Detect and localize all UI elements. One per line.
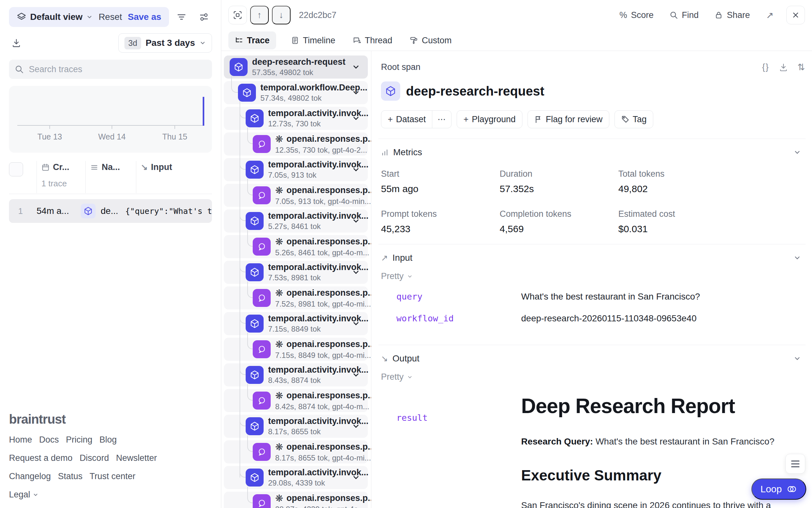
tab-timeline[interactable]: Timeline: [288, 32, 338, 49]
trace-span-row[interactable]: temporal.activity.invok... 5.27s, 8461 t…: [224, 209, 368, 232]
trace-span-row[interactable]: temporal.activity.invok... 7.05s, 913 to…: [224, 158, 368, 181]
json-view-icon[interactable]: {}: [762, 62, 769, 72]
share-button[interactable]: Share: [715, 10, 750, 20]
add-to-playground-button[interactable]: + Playground: [457, 110, 522, 128]
metrics-grid: Start 55m ago Duration 57.352s Total tok…: [381, 169, 802, 235]
open-in-new-icon[interactable]: ↗: [766, 10, 773, 20]
close-button[interactable]: [786, 6, 805, 25]
trace-span-row[interactable]: ❋openai.responses.p... 7.05s, 913 tok, g…: [224, 184, 368, 207]
field-key[interactable]: workflow_id: [396, 313, 521, 324]
tab-trace[interactable]: Trace: [228, 32, 276, 49]
openai-icon: ❋: [275, 133, 283, 144]
metric-label: Total tokens: [618, 169, 802, 179]
trace-span-row[interactable]: ❋openai.responses.p... 28.87s, 4339 tok,…: [224, 492, 368, 508]
flag-for-review-button[interactable]: Flag for review: [527, 110, 609, 128]
footer-link[interactable]: Newsletter: [116, 453, 157, 463]
outline-button[interactable]: [785, 454, 805, 474]
tab-custom[interactable]: Custom: [407, 32, 454, 49]
trace-span-row[interactable]: temporal.activity.invok... 8.17s, 8655 t…: [224, 415, 368, 438]
trace-span-row[interactable]: temporal.activity.invok... 7.53s, 8981 t…: [224, 261, 368, 284]
next-span-button[interactable]: ↓: [272, 6, 291, 25]
traces-histogram[interactable]: Tue 13 Wed 14 Thu 15: [9, 86, 212, 153]
sliders-icon[interactable]: [199, 12, 209, 22]
dataset-more-button[interactable]: ⋯: [432, 110, 452, 128]
trace-span-row[interactable]: temporal.activity.invok... 29.08s, 4339 …: [224, 466, 368, 489]
filter-icon[interactable]: [177, 12, 186, 22]
footer-link[interactable]: Trust center: [89, 471, 135, 481]
footer-link[interactable]: Blog: [99, 435, 117, 445]
loop-button[interactable]: Loop: [752, 478, 806, 500]
trace-span-row[interactable]: ❋openai.responses.p... 7.52s, 8981 tok, …: [224, 286, 368, 309]
focus-span-button[interactable]: [228, 6, 247, 25]
select-all-checkbox[interactable]: [9, 162, 23, 176]
tag-button[interactable]: Tag: [614, 110, 653, 128]
time-range-dropdown[interactable]: 3d Past 3 days: [118, 33, 212, 53]
chat-glyph: [257, 139, 266, 149]
footer-link[interactable]: Docs: [39, 435, 59, 445]
axis-label: Tue 13: [38, 132, 62, 141]
footer-link[interactable]: Changelog: [9, 471, 51, 481]
trace-span-row[interactable]: ❋openai.responses.p... 7.15s, 8849 tok, …: [224, 338, 368, 361]
trace-span-row[interactable]: deep-research-request 57.35s, 49802 tok: [224, 55, 368, 79]
column-name[interactable]: Na...: [90, 162, 136, 172]
format-dropdown[interactable]: Pretty: [381, 372, 802, 382]
trace-span-row[interactable]: ❋openai.responses.p... 8.17s, 8655 tok, …: [224, 440, 368, 463]
axis-tick: [112, 125, 112, 129]
chevron-down-icon[interactable]: [352, 217, 360, 225]
trace-span-row[interactable]: ❋openai.responses.p... 12.35s, 730 tok, …: [224, 132, 368, 156]
field-key[interactable]: result: [396, 413, 521, 423]
download-icon[interactable]: [779, 63, 788, 72]
menu-icon: [791, 459, 800, 469]
chevron-down-icon[interactable]: [352, 473, 360, 482]
add-to-dataset-button[interactable]: + Dataset: [381, 110, 433, 128]
chevron-down-icon[interactable]: [352, 63, 360, 71]
column-input[interactable]: ↘ Input: [141, 162, 212, 172]
find-button[interactable]: Find: [670, 10, 699, 20]
metric-item: Completion tokens 4,569: [500, 209, 618, 235]
chevron-down-icon[interactable]: [352, 166, 360, 174]
column-created[interactable]: Cr...: [41, 162, 85, 172]
footer-link[interactable]: Request a demo: [9, 453, 73, 463]
view-tabs: Trace Timeline Thread: [221, 30, 812, 51]
trace-span-row[interactable]: temporal.activity.invok... 12.73s, 730 t…: [224, 107, 368, 130]
trace-table-row[interactable]: 1 54m a... de... {"query":"What's th: [9, 199, 212, 223]
span-title: deep-research-request: [252, 57, 345, 67]
format-dropdown[interactable]: Pretty: [381, 271, 802, 281]
span-icon: [253, 392, 271, 410]
trace-span-row[interactable]: temporal.workflow.Deep... 57.34s, 49802 …: [224, 81, 368, 104]
footer-link[interactable]: Discord: [80, 453, 109, 463]
trace-span-row[interactable]: ❋openai.responses.p... 8.42s, 8874 tok, …: [224, 389, 368, 412]
prev-span-button[interactable]: ↑: [250, 6, 269, 25]
collapse-section-icon[interactable]: [794, 149, 801, 156]
collapse-section-icon[interactable]: [794, 254, 801, 262]
trace-span-row[interactable]: ❋openai.responses.p... 5.26s, 8461 tok, …: [224, 235, 368, 258]
axis-tick: [49, 125, 50, 129]
default-view-dropdown[interactable]: Default view: [17, 12, 93, 22]
chevron-down-icon[interactable]: [352, 422, 360, 430]
footer-link[interactable]: Pricing: [66, 435, 93, 445]
tab-thread[interactable]: Thread: [350, 32, 395, 49]
chevron-down-icon[interactable]: [352, 268, 360, 277]
collapse-section-icon[interactable]: [794, 355, 801, 363]
footer-link[interactable]: Status: [58, 471, 83, 481]
trace-span-row[interactable]: temporal.activity.invok... 7.15s, 8849 t…: [224, 312, 368, 335]
download-icon[interactable]: [11, 38, 21, 48]
chevron-down-icon[interactable]: [352, 114, 360, 123]
sidebar-toolbar-icons: [177, 12, 209, 22]
trace-span-row[interactable]: temporal.activity.invok... 8.43s, 8874 t…: [224, 364, 368, 386]
field-key[interactable]: query: [396, 292, 521, 302]
search-input[interactable]: [29, 65, 206, 74]
chevron-down-icon[interactable]: [352, 371, 360, 379]
span-subtitle: 5.26s, 8461 tok, gpt-4o-m...: [275, 248, 368, 257]
legal-dropdown[interactable]: Legal: [9, 490, 157, 500]
expand-collapse-icon[interactable]: ⇅: [798, 62, 805, 73]
footer-link[interactable]: Home: [9, 435, 32, 445]
chevron-down-icon[interactable]: [352, 88, 360, 97]
chevron-down-icon[interactable]: [352, 320, 360, 328]
trace-count: 1 trace: [41, 179, 85, 188]
save-as-button[interactable]: Save as: [128, 12, 161, 22]
time-range-label: Past 3 days: [145, 38, 195, 48]
span-subtitle: 12.35s, 730 tok, gpt-4o-2...: [275, 145, 368, 155]
score-button[interactable]: % Score: [619, 10, 653, 20]
reset-button[interactable]: Reset: [98, 12, 122, 22]
